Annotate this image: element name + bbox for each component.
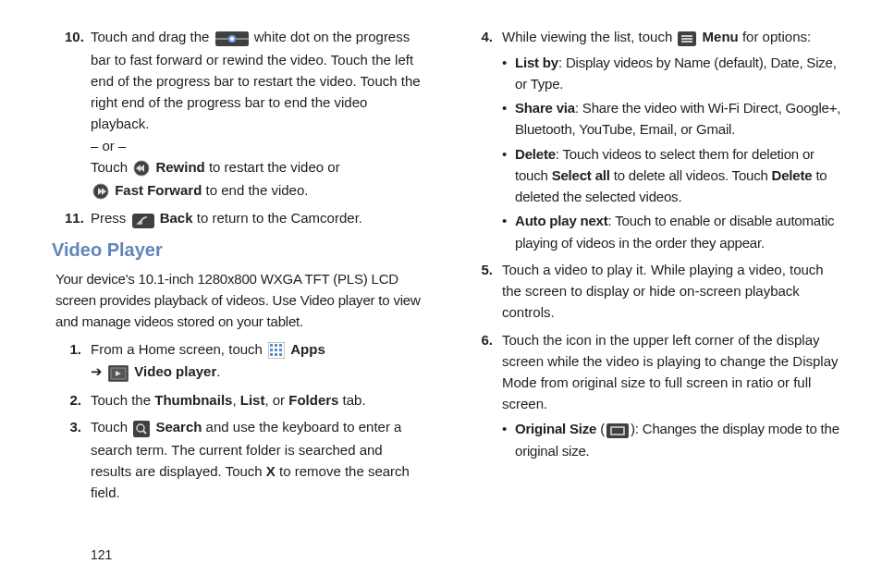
step-number: 3. bbox=[65, 416, 91, 503]
label: List by bbox=[515, 55, 558, 70]
text: Touch the bbox=[91, 392, 154, 408]
step-body: Press Back to return to the Camcorder. bbox=[91, 207, 424, 230]
video-player-heading: Video Player bbox=[52, 236, 424, 264]
delete-label: Delete bbox=[772, 167, 813, 183]
svg-rect-24 bbox=[133, 421, 150, 437]
search-label: Search bbox=[155, 419, 202, 435]
bullet-list-by: • List by: Display videos by Name (defau… bbox=[502, 52, 845, 95]
step-3: 3. Touch Search and use the keyboard to … bbox=[65, 416, 424, 503]
svg-rect-20 bbox=[279, 353, 282, 356]
svg-rect-19 bbox=[275, 353, 277, 356]
step-4: 4. While viewing the list, touch Menu fo… bbox=[476, 26, 845, 253]
svg-rect-17 bbox=[279, 349, 282, 351]
step-10: 10. Touch and drag the white dot on the … bbox=[65, 26, 424, 202]
svg-rect-12 bbox=[270, 344, 273, 347]
step-6: 6. Touch the icon in the upper left corn… bbox=[476, 329, 845, 462]
step-number: 5. bbox=[476, 259, 502, 324]
search-icon bbox=[133, 418, 150, 439]
text: Touch bbox=[91, 419, 131, 435]
bullet-share-via: • Share via: Share the video with Wi-Fi … bbox=[502, 97, 845, 141]
x-label: X bbox=[266, 463, 276, 479]
text: to return to the Camcorder. bbox=[197, 210, 362, 226]
apps-icon bbox=[268, 339, 285, 361]
step-body: Touch the Thumbnails, List, or Folders t… bbox=[91, 389, 424, 410]
step-number: 10. bbox=[65, 26, 91, 202]
step-number: 4. bbox=[476, 26, 502, 253]
bullet-auto-play: • Auto play next: Touch to enable or dis… bbox=[502, 210, 845, 253]
text: While viewing the list, touch bbox=[502, 29, 676, 44]
back-label: Back bbox=[160, 210, 193, 226]
step-body: Touch and drag the white dot on the prog… bbox=[91, 26, 424, 202]
text: ): bbox=[631, 421, 643, 436]
page-number: 121 bbox=[91, 545, 112, 566]
text: to restart the video or bbox=[209, 159, 340, 175]
svg-rect-10 bbox=[132, 214, 154, 228]
text: From a Home screen, touch bbox=[91, 341, 266, 357]
menu-icon bbox=[678, 27, 696, 48]
label: Auto play next bbox=[515, 213, 608, 228]
text: . bbox=[216, 363, 220, 379]
step-number: 11. bbox=[65, 207, 91, 230]
bullet-dot: • bbox=[502, 143, 515, 208]
bullet-original-size: • Original Size ( ): Changes the display… bbox=[502, 418, 845, 462]
text: Touch and drag the bbox=[91, 29, 214, 44]
right-column: 4. While viewing the list, touch Menu fo… bbox=[476, 26, 845, 509]
back-icon bbox=[132, 209, 154, 230]
list-label: List bbox=[240, 392, 265, 408]
svg-rect-13 bbox=[275, 344, 277, 347]
label: Share via bbox=[515, 100, 575, 116]
label: Original Size bbox=[515, 421, 596, 436]
text: for options: bbox=[742, 29, 811, 44]
step-body: Touch Search and use the keyboard to ent… bbox=[91, 416, 424, 503]
arrow: ➔ bbox=[91, 363, 103, 379]
video-player-label: Video player bbox=[134, 363, 216, 379]
bullet-dot: • bbox=[502, 97, 515, 141]
or-text: – or – bbox=[91, 135, 424, 156]
step-body: While viewing the list, touch Menu for o… bbox=[502, 26, 845, 253]
thumbnails-label: Thumbnails bbox=[154, 392, 232, 408]
step-number: 1. bbox=[65, 338, 91, 384]
text: Touch bbox=[91, 159, 131, 175]
text: : Display videos by Name (default), Date… bbox=[515, 55, 837, 92]
apps-label: Apps bbox=[290, 341, 325, 357]
left-column: 10. Touch and drag the white dot on the … bbox=[55, 26, 424, 509]
text: tab. bbox=[338, 392, 365, 408]
text: , or bbox=[264, 392, 288, 408]
progress-bar-icon bbox=[215, 27, 249, 48]
bullet-delete: • Delete: Touch videos to select them fo… bbox=[502, 143, 845, 208]
step-2: 2. Touch the Thumbnails, List, or Folder… bbox=[65, 389, 424, 410]
svg-rect-18 bbox=[270, 353, 273, 356]
step-body: Touch a video to play it. While playing … bbox=[502, 259, 845, 324]
step-number: 6. bbox=[476, 329, 502, 462]
text: to end the video. bbox=[206, 182, 309, 198]
original-size-icon bbox=[606, 419, 629, 440]
fast-forward-label: Fast Forward bbox=[115, 182, 202, 198]
svg-rect-16 bbox=[275, 349, 277, 351]
step-number: 2. bbox=[65, 389, 91, 410]
step-5: 5. Touch a video to play it. While playi… bbox=[476, 259, 845, 324]
text: Touch the icon in the upper left corner … bbox=[502, 332, 839, 412]
video-player-icon bbox=[108, 362, 129, 384]
bullet-dot: • bbox=[502, 418, 515, 462]
intro-text: Your device's 10.1-inch 1280x800 WXGA TF… bbox=[55, 268, 424, 333]
svg-rect-31 bbox=[606, 423, 629, 438]
rewind-icon bbox=[133, 157, 150, 178]
bullet-dot: • bbox=[502, 52, 515, 95]
label: Delete bbox=[515, 146, 556, 162]
folders-label: Folders bbox=[288, 392, 338, 408]
fast-forward-icon bbox=[92, 180, 109, 202]
step-body: Touch the icon in the upper left corner … bbox=[502, 329, 845, 462]
menu-label: Menu bbox=[703, 29, 739, 44]
svg-rect-14 bbox=[279, 344, 282, 347]
svg-point-3 bbox=[230, 37, 234, 41]
step-11: 11. Press Back to return to the Camcorde… bbox=[65, 207, 424, 230]
text: Press bbox=[91, 210, 130, 226]
text: to delete all videos. Touch bbox=[610, 167, 772, 183]
rewind-label: Rewind bbox=[155, 159, 204, 175]
step-1: 1. From a Home screen, touch Apps ➔ bbox=[65, 338, 424, 384]
text: ( bbox=[596, 421, 605, 436]
select-all-label: Select all bbox=[552, 167, 610, 183]
bullet-dot: • bbox=[502, 210, 515, 253]
svg-rect-15 bbox=[270, 349, 273, 351]
step-body: From a Home screen, touch Apps ➔ bbox=[91, 338, 424, 384]
